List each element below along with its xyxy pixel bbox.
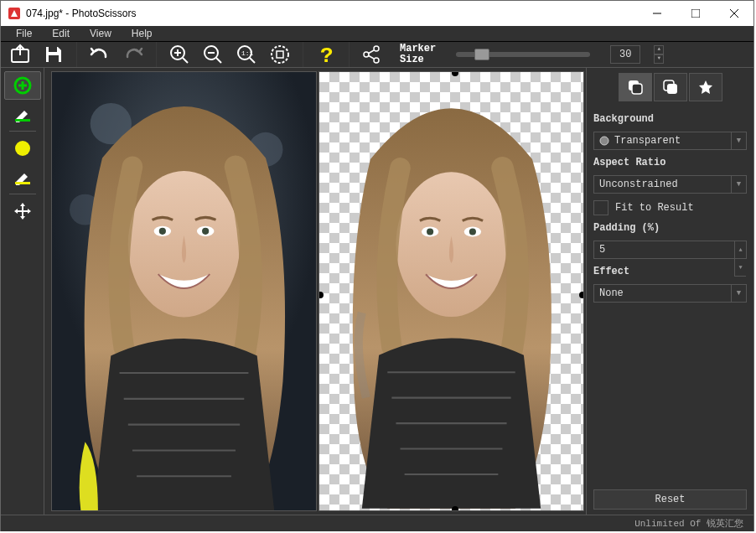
help-icon[interactable]: ?: [315, 44, 337, 65]
padding-label: Padding (%): [593, 222, 747, 234]
tab-background[interactable]: [619, 73, 652, 101]
svg-point-23: [374, 58, 379, 63]
svg-point-38: [159, 228, 166, 235]
effect-label: Effect: [593, 266, 747, 277]
zoom-out-icon[interactable]: [202, 44, 224, 65]
background-select[interactable]: Transparent ▼: [593, 132, 747, 150]
move-tool[interactable]: [4, 197, 41, 225]
zoom-in-icon[interactable]: [168, 44, 190, 65]
zoom-fit-icon[interactable]: [269, 44, 291, 65]
padding-up[interactable]: ▲: [734, 241, 746, 259]
svg-text:1:1: 1:1: [241, 49, 254, 57]
svg-point-45: [469, 228, 476, 235]
aspect-label: Aspect Ratio: [593, 157, 747, 168]
marker-size-slider[interactable]: [456, 52, 590, 57]
svg-rect-2: [691, 9, 700, 18]
svg-point-43: [427, 228, 433, 235]
redo-icon[interactable]: [122, 44, 144, 65]
window-title: 074.jpg* - PhotoScissors: [26, 8, 638, 19]
svg-rect-7: [49, 55, 59, 62]
svg-point-40: [202, 228, 209, 235]
menu-help[interactable]: Help: [122, 26, 163, 41]
svg-rect-19: [277, 51, 283, 58]
svg-point-18: [272, 46, 288, 63]
svg-rect-29: [15, 119, 30, 122]
menu-file[interactable]: File: [6, 26, 42, 41]
share-icon[interactable]: [361, 44, 383, 65]
titlebar: 074.jpg* - PhotoScissors: [1, 1, 753, 26]
svg-rect-31: [15, 182, 30, 184]
marker-size-value[interactable]: 30: [610, 45, 640, 64]
svg-line-16: [250, 58, 255, 63]
svg-point-50: [600, 137, 608, 145]
add-foreground-tool[interactable]: [4, 71, 41, 100]
right-panel: Background Transparent ▼ Aspect Ratio Un…: [586, 68, 753, 515]
slider-thumb[interactable]: [474, 49, 489, 60]
result-pane[interactable]: [318, 71, 584, 511]
svg-line-25: [368, 55, 374, 59]
menubar: File Edit View Help: [1, 26, 753, 42]
left-toolbar: [1, 68, 44, 515]
chevron-down-icon: ▼: [731, 176, 746, 193]
background-value: Transparent: [614, 135, 681, 147]
fit-checkbox[interactable]: [593, 200, 608, 215]
svg-text:?: ?: [320, 44, 334, 65]
add-background-tool[interactable]: [4, 134, 41, 163]
save-icon[interactable]: [43, 44, 65, 65]
svg-rect-47: [632, 84, 642, 94]
marker-size-down[interactable]: ▼: [654, 54, 664, 64]
svg-point-22: [374, 46, 379, 51]
background-label: Background: [593, 113, 747, 125]
padding-down[interactable]: ▼: [734, 259, 746, 277]
zoom-actual-icon[interactable]: 1:1: [236, 44, 257, 65]
svg-point-21: [364, 52, 369, 57]
toolbar: 1:1 ? Marker Size 30 ▲ ▼: [1, 42, 753, 68]
svg-point-30: [15, 141, 30, 156]
menu-edit[interactable]: Edit: [42, 26, 80, 41]
aspect-value: Unconstrained: [599, 179, 678, 190]
minimize-button[interactable]: [638, 1, 676, 26]
svg-rect-6: [49, 47, 57, 52]
svg-rect-49: [667, 84, 677, 94]
erase-background-tool[interactable]: [4, 163, 41, 191]
svg-line-13: [216, 58, 221, 63]
chevron-down-icon: ▼: [731, 132, 746, 149]
app-icon: [8, 7, 21, 20]
svg-line-24: [368, 50, 374, 54]
tab-favorites[interactable]: [689, 73, 722, 101]
svg-line-9: [183, 58, 188, 63]
maximize-button[interactable]: [676, 1, 715, 26]
reset-button[interactable]: Reset: [593, 489, 747, 510]
effect-value: None: [599, 287, 624, 299]
open-icon[interactable]: [9, 44, 31, 65]
effect-select[interactable]: None ▼: [593, 284, 747, 303]
chevron-down-icon: ▼: [731, 285, 746, 302]
fit-label: Fit to Result: [615, 202, 694, 214]
marker-size-up[interactable]: ▲: [654, 45, 664, 54]
tab-foreground[interactable]: [654, 73, 687, 101]
source-pane[interactable]: [51, 71, 317, 511]
close-button[interactable]: [715, 1, 753, 26]
statusbar: Unlimited Of 锐英汇您: [1, 515, 753, 531]
padding-input[interactable]: 5 ▲▼: [593, 241, 747, 259]
padding-value: 5: [599, 244, 605, 256]
aspect-select[interactable]: Unconstrained ▼: [593, 175, 747, 194]
marker-size-label: Size: [400, 54, 436, 65]
menu-view[interactable]: View: [80, 26, 122, 41]
undo-icon[interactable]: [89, 44, 111, 65]
erase-foreground-tool[interactable]: [4, 100, 41, 128]
